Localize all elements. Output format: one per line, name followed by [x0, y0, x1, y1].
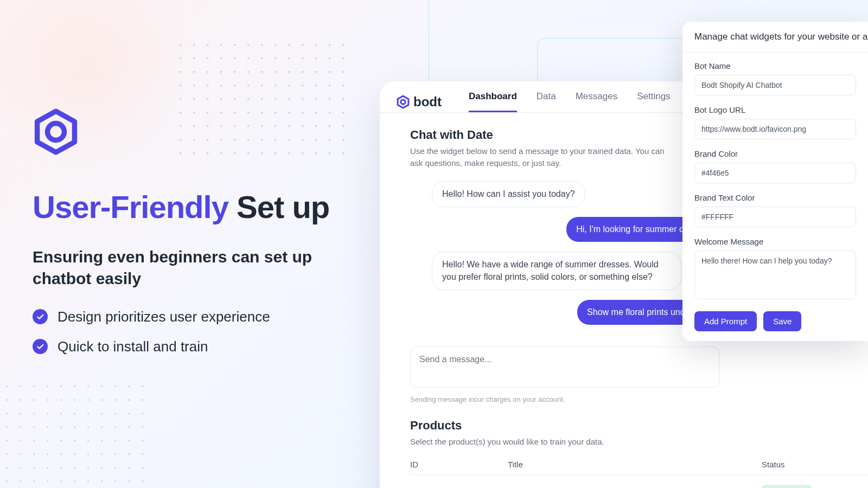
welcome-label: Welcome Message	[694, 237, 856, 246]
chat-bubble-bot: Hello! How can I assist you today?	[432, 181, 585, 207]
page-subhead: Ensuring even beginners can set up chatb…	[33, 246, 336, 290]
col-status: Status	[762, 454, 843, 475]
logo-url-label: Bot Logo URL	[694, 105, 856, 114]
welcome-input[interactable]: Hello there! How can I help you today?	[694, 251, 856, 299]
brand-color-input[interactable]	[694, 163, 856, 183]
page-headline: User-Friendly Set up	[33, 190, 369, 224]
col-action	[843, 454, 868, 475]
tab-settings[interactable]: Settings	[637, 91, 670, 112]
table-row[interactable]: aPfA498t8vSQhlep The 3p Fulfilled Snowbo…	[410, 475, 868, 488]
products-subtitle: Select the product(s) you would like to …	[410, 436, 671, 448]
col-id: ID	[410, 454, 508, 475]
products-title: Products	[410, 419, 868, 433]
tab-dashboard[interactable]: Dashboard	[469, 91, 517, 112]
svg-point-3	[401, 99, 405, 104]
svg-point-1	[48, 124, 65, 140]
benefit-item: Quick to install and train	[33, 338, 369, 355]
add-prompt-button[interactable]: Add Prompt	[694, 311, 757, 331]
status-badge: Completed	[762, 485, 812, 488]
save-button[interactable]: Save	[763, 311, 801, 331]
text-color-input[interactable]	[694, 207, 856, 227]
bot-name-label: Bot Name	[694, 61, 856, 70]
bot-name-input[interactable]	[694, 75, 856, 95]
chat-bubble-bot: Hello! We have a wide range of summer dr…	[432, 252, 681, 290]
products-table: ID Title Status aPfA498t8vSQhlep The 3p …	[410, 454, 868, 488]
charge-hint: Sending message incur charges on your ac…	[410, 395, 868, 403]
svg-marker-0	[37, 111, 75, 152]
col-title: Title	[508, 454, 762, 475]
widget-settings-panel: Manage chat widgets for your website or …	[682, 22, 868, 341]
benefit-item: Design prioritizes user experience	[33, 309, 369, 325]
brand-logo	[33, 108, 369, 157]
svg-marker-2	[398, 96, 409, 108]
brand-color-label: Brand Color	[694, 149, 856, 158]
tab-data[interactable]: Data	[537, 91, 556, 112]
logo-url-input[interactable]	[694, 119, 856, 139]
panel-title: Manage chat widgets for your website or …	[682, 22, 868, 53]
app-brand: bodt	[396, 94, 442, 110]
check-icon	[33, 339, 48, 354]
check-icon	[33, 309, 48, 324]
chat-thread: Hello! How can I assist you today? Hi, I…	[410, 181, 719, 335]
tab-messages[interactable]: Messages	[576, 91, 617, 112]
message-input[interactable]	[410, 346, 719, 388]
text-color-label: Brand Text Color	[694, 193, 856, 202]
chat-section-subtitle: Use the widget below to send a message t…	[410, 145, 671, 169]
